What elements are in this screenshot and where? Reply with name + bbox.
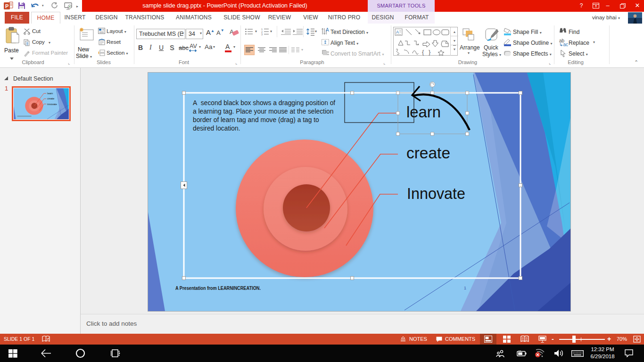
svg-text:learn: learn [406,103,441,121]
svg-text:Innovate: Innovate [407,184,465,202]
svg-text:A Presentation from LEARNINCRE: A Presentation from LEARNINCREATION. [175,285,261,291]
svg-text:innovate: innovate [47,103,57,106]
svg-text:create: create [47,97,54,100]
svg-text:3: 3 [261,33,263,35]
svg-text:desired location.: desired location. [193,125,240,132]
svg-text:learn: learn [47,92,53,95]
svg-text:1: 1 [464,286,466,290]
svg-text:{: { [422,49,424,56]
svg-text:border of learn tag and move (: border of learn tag and move (drag) a ta… [193,116,319,123]
svg-text:P: P [5,3,8,9]
svg-text:}: } [429,49,431,56]
svg-text:A second black box shows a dr: A second black box shows a dragging posi… [193,99,335,107]
svg-text:a learning tag. Place your mou: a learning tag. Place your mouse at the … [193,108,333,115]
svg-text:create: create [406,144,450,162]
svg-text:A: A [396,30,399,34]
svg-text:A: A [326,27,329,33]
